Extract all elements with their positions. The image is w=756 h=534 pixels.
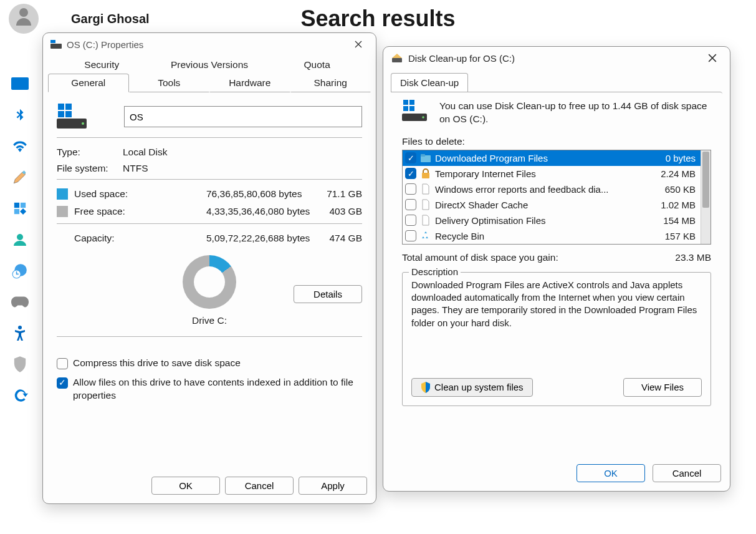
rail-system-icon[interactable] (11, 75, 29, 92)
file-item-name: Windows error reports and feedback dia..… (435, 184, 665, 195)
file-item-checkbox[interactable] (405, 199, 416, 210)
file-item-checkbox[interactable] (405, 215, 416, 226)
cleanup-drive-icon (402, 100, 427, 122)
files-to-delete-label: Files to delete: (402, 136, 711, 147)
free-swatch (57, 206, 68, 217)
used-gb: 71.1 GB (318, 188, 362, 200)
clean-system-files-button[interactable]: Clean up system files (411, 378, 533, 397)
svg-rect-3 (21, 203, 26, 208)
rail-time-language-icon[interactable] (11, 262, 29, 279)
rail-privacy-icon[interactable] (11, 356, 29, 373)
file-item-checkbox[interactable] (405, 230, 416, 241)
cleanup-titlebar[interactable]: Disk Clean-up for OS (C:) (383, 47, 730, 69)
file-item-name: Temporary Internet Files (435, 168, 661, 179)
capacity-donut-chart (183, 255, 236, 309)
file-item[interactable]: DirectX Shader Cache1.02 MB (403, 197, 701, 213)
rail-update-icon[interactable] (11, 387, 29, 404)
free-gb: 403 GB (318, 206, 362, 217)
file-item[interactable]: Windows error reports and feedback dia..… (403, 182, 701, 197)
settings-header: Gargi Ghosal Search results (0, 0, 756, 37)
svg-rect-22 (409, 100, 414, 105)
tab-tools[interactable]: Tools (129, 74, 210, 92)
svg-rect-21 (403, 100, 408, 105)
rail-wifi-icon[interactable] (11, 137, 29, 155)
svg-rect-26 (421, 154, 425, 157)
capacity-label: Capacity: (74, 233, 206, 244)
properties-apply-button[interactable]: Apply (299, 477, 367, 495)
file-list-scrollbar[interactable] (701, 150, 711, 244)
svg-rect-11 (50, 40, 55, 43)
file-item[interactable]: Downloaded Program Files0 bytes (403, 150, 701, 166)
cleanup-cancel-button[interactable]: Cancel (653, 464, 721, 482)
properties-titlebar[interactable]: OS (C:) Properties (43, 33, 376, 56)
view-files-button[interactable]: View Files (623, 378, 702, 397)
cleanup-headline: You can use Disk Clean-up to free up to … (439, 100, 711, 126)
svg-marker-5 (20, 208, 26, 215)
type-label: Type: (57, 147, 123, 158)
properties-close-button[interactable] (345, 36, 372, 53)
file-item-checkbox[interactable] (405, 152, 416, 163)
user-avatar[interactable] (9, 4, 39, 34)
drive-icon (50, 40, 62, 49)
svg-rect-17 (65, 111, 72, 117)
file-item-checkbox[interactable] (405, 183, 416, 195)
cleanup-icon (391, 53, 403, 63)
tab-hardware[interactable]: Hardware (209, 74, 290, 92)
svg-rect-14 (58, 104, 64, 110)
file-item-size: 0 bytes (666, 153, 697, 163)
used-label: Used space: (74, 188, 206, 200)
files-to-delete-list: Downloaded Program Files0 bytesTemporary… (402, 150, 711, 245)
rail-gaming-icon[interactable] (11, 293, 29, 311)
tabs-row-bottom: General Tools Hardware Sharing (48, 74, 371, 92)
username: Gargi Ghosal (71, 12, 150, 26)
total-gain-label: Total amount of disk space you gain: (402, 252, 675, 263)
cleanup-close-button[interactable] (699, 49, 726, 67)
svg-rect-27 (422, 173, 429, 178)
description-legend: Description (409, 266, 461, 277)
drive-name-input[interactable] (124, 106, 362, 127)
filesystem-label: File system: (57, 163, 123, 174)
file-item-name: Recycle Bin (435, 231, 665, 241)
cleanup-tab[interactable]: Disk Clean-up (391, 73, 468, 92)
description-text: Downloaded Program Files are ActiveX con… (411, 279, 702, 329)
tab-security[interactable]: Security (48, 56, 156, 74)
tab-quota[interactable]: Quota (263, 56, 371, 74)
capacity-gb: 474 GB (318, 233, 362, 244)
tab-previous-versions[interactable]: Previous Versions (156, 56, 264, 74)
properties-title: OS (C:) Properties (67, 39, 345, 50)
svg-rect-0 (11, 77, 29, 90)
file-item[interactable]: Recycle Bin157 KB (403, 228, 701, 244)
file-item-size: 2.24 MB (661, 168, 697, 179)
index-checkbox[interactable] (57, 377, 68, 389)
file-item-icon (420, 230, 431, 241)
file-item-size: 650 KB (665, 184, 697, 195)
file-item-size: 157 KB (665, 231, 697, 241)
details-button[interactable]: Details (294, 285, 362, 303)
file-item-size: 154 MB (663, 215, 697, 226)
properties-dialog: OS (C:) Properties Security Previous Ver… (42, 32, 376, 504)
tab-sharing[interactable]: Sharing (290, 74, 371, 92)
cleanup-ok-button[interactable]: OK (577, 464, 645, 482)
rail-bluetooth-icon[interactable] (11, 106, 29, 124)
properties-ok-button[interactable]: OK (151, 477, 220, 495)
svg-rect-23 (403, 106, 408, 111)
file-item-checkbox[interactable] (405, 168, 416, 179)
svg-rect-15 (65, 104, 72, 110)
file-item-size: 1.02 MB (661, 200, 697, 210)
rail-accounts-icon[interactable] (11, 231, 29, 248)
properties-cancel-button[interactable]: Cancel (225, 477, 294, 495)
file-item[interactable]: Delivery Optimisation Files154 MB (403, 213, 701, 228)
disk-cleanup-dialog: Disk Clean-up for OS (C:) Disk Clean-up … (383, 46, 730, 492)
rail-personalization-icon[interactable] (11, 168, 29, 186)
svg-rect-2 (14, 203, 19, 208)
rail-apps-icon[interactable] (11, 200, 29, 217)
tab-general[interactable]: General (48, 74, 129, 92)
tabs-row-top: Security Previous Versions Quota (48, 56, 371, 74)
rail-accessibility-icon[interactable] (11, 324, 29, 342)
compress-checkbox[interactable] (57, 358, 68, 369)
file-item-icon (420, 199, 431, 210)
svg-point-20 (422, 116, 424, 119)
clean-system-files-label: Clean up system files (434, 382, 524, 392)
file-item[interactable]: Temporary Internet Files2.24 MB (403, 166, 701, 182)
drive-large-icon (57, 104, 87, 130)
